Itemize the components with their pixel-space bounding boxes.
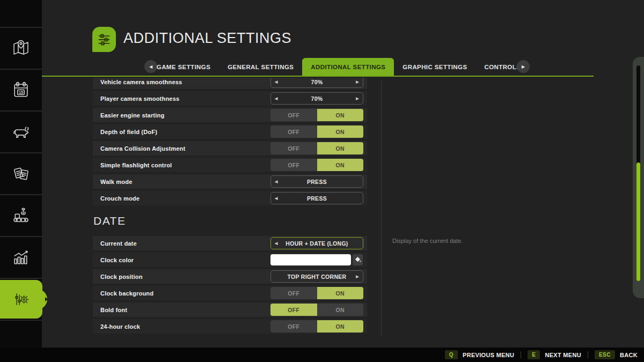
- setting-row: Vehicle camera smoothness◀▶70%: [93, 78, 367, 89]
- footer-action-next-menu[interactable]: ENEXT MENU: [528, 350, 581, 359]
- setting-label: Depth of field (DoF): [100, 129, 157, 135]
- toggle-off-option[interactable]: OFF: [270, 287, 317, 299]
- toggle-on-option[interactable]: ON: [317, 159, 364, 171]
- setting-label: Walk mode: [100, 179, 132, 185]
- left-arrow-icon[interactable]: ◀: [275, 196, 278, 201]
- tab-general-settings[interactable]: GENERAL SETTINGS: [219, 58, 302, 76]
- tab-bar: ◀ GAME SETTINGSGENERAL SETTINGSADDITIONA…: [42, 58, 594, 77]
- tabs-next-button[interactable]: ▶: [517, 60, 530, 73]
- toggle-off-option[interactable]: OFF: [270, 142, 317, 154]
- documents-icon: [11, 164, 31, 183]
- footer-action-back[interactable]: ESCBACK: [595, 350, 638, 359]
- left-arrow-icon[interactable]: ◀: [275, 241, 278, 246]
- map-icon: [11, 39, 31, 58]
- option-selector[interactable]: ◀HOUR + DATE (LONG): [270, 237, 363, 249]
- setting-label: Clock position: [100, 274, 143, 280]
- footer-keybar: QPREVIOUS MENUENEXT MENUESCBACK: [0, 348, 644, 362]
- setting-row: Walk mode◀PRESS: [93, 174, 367, 189]
- tab-additional-settings[interactable]: ADDITIONAL SETTINGS: [302, 58, 394, 76]
- toggle-on-option[interactable]: ON: [317, 287, 364, 299]
- toggle-on-option[interactable]: ON: [317, 304, 364, 316]
- setting-row: Depth of field (DoF)OFFON: [93, 124, 367, 139]
- right-arrow-icon[interactable]: ▶: [356, 97, 359, 101]
- left-arrow-icon[interactable]: ◀: [275, 97, 278, 101]
- footer-separator: [521, 351, 521, 358]
- sidebar-spacer: [0, 0, 42, 28]
- left-arrow-icon[interactable]: ◀: [275, 180, 278, 184]
- keybind-selector[interactable]: ◀PRESS: [270, 175, 363, 188]
- toggle-off-option[interactable]: OFF: [270, 159, 317, 171]
- control-value: PRESS: [307, 179, 327, 185]
- left-arrow-icon[interactable]: ◀: [275, 80, 278, 84]
- control-value: PRESS: [307, 195, 327, 202]
- toggle-on-option[interactable]: ON: [317, 142, 364, 154]
- footer-action-label: PREVIOUS MENU: [463, 352, 514, 358]
- sidebar-item-animals[interactable]: [0, 112, 42, 153]
- key-badge: Q: [445, 350, 458, 359]
- color-picker[interactable]: [270, 254, 363, 266]
- setting-row: Player camera smoothness◀▶70%: [93, 91, 367, 106]
- value-stepper[interactable]: ◀▶70%: [270, 78, 363, 88]
- page-title: ADDITIONAL SETTINGS: [123, 30, 291, 47]
- sidebar-item-additional-settings[interactable]: [0, 279, 42, 321]
- tab-graphic-settings[interactable]: GRAPHIC SETTINGS: [394, 58, 475, 76]
- toggle-on[interactable]: OFFON: [270, 159, 363, 171]
- toggle-off-option[interactable]: OFF: [270, 125, 317, 138]
- sidebar-item-production[interactable]: [0, 195, 42, 237]
- key-badge: E: [528, 350, 540, 359]
- control-value: 70%: [311, 95, 323, 102]
- toggle-off-option[interactable]: OFF: [270, 109, 317, 121]
- control-value: TOP RIGHT CORNER: [287, 274, 346, 280]
- production-icon: [11, 206, 31, 225]
- footer-separator: [588, 351, 588, 358]
- setting-row: Camera Collision AdjustmentOFFON: [93, 141, 367, 156]
- toggle-on[interactable]: OFFON: [270, 287, 363, 299]
- toggle-on[interactable]: OFFON: [270, 320, 363, 333]
- calendar-icon: 15: [11, 80, 31, 100]
- sidebar: 15: [0, 0, 42, 348]
- sidebar-item-contracts[interactable]: [0, 153, 42, 195]
- tab-list: GAME SETTINGSGENERAL SETTINGSADDITIONAL …: [164, 58, 513, 76]
- setting-label: Bold font: [100, 307, 127, 313]
- scrollbar-track[interactable]: [636, 65, 640, 281]
- setting-label: Clock background: [100, 290, 153, 297]
- sidebar-item-calendar[interactable]: 15: [0, 70, 42, 112]
- date-settings-list: Current date◀HOUR + DATE (LONG)Clock col…: [93, 236, 367, 336]
- toggle-off-option[interactable]: OFF: [270, 320, 317, 333]
- setting-label: Vehicle camera smoothness: [100, 79, 182, 85]
- settings-list: Vehicle camera smoothness◀▶70%Player cam…: [93, 78, 367, 206]
- help-text: Display of the current date.: [392, 238, 463, 244]
- toggle-on-option[interactable]: ON: [317, 125, 364, 138]
- right-arrow-icon[interactable]: ▶: [356, 275, 359, 279]
- tab-game-settings[interactable]: GAME SETTINGS: [148, 58, 219, 76]
- footer-action-label: NEXT MENU: [545, 352, 581, 358]
- control-value: HOUR + DATE (LONG): [286, 240, 348, 247]
- svg-text:15: 15: [19, 90, 23, 95]
- sidebar-item-map[interactable]: [0, 28, 42, 70]
- toggle-on-option[interactable]: ON: [317, 320, 364, 333]
- toggle-off-option[interactable]: OFF: [270, 304, 317, 316]
- footer-action-label: BACK: [620, 352, 638, 358]
- color-swatch[interactable]: [270, 254, 351, 265]
- setting-row: Bold fontOFFON: [93, 302, 367, 317]
- sidebar-item-statistics[interactable]: [0, 237, 42, 279]
- toggle-off[interactable]: OFFON: [270, 304, 363, 316]
- footer-action-previous-menu[interactable]: QPREVIOUS MENU: [445, 350, 514, 359]
- right-arrow-icon[interactable]: ▶: [356, 80, 359, 84]
- setting-label: Simple flashlight control: [100, 162, 172, 168]
- color-fill-button[interactable]: [353, 254, 363, 265]
- sidebar-active-arrow-icon: [45, 297, 48, 301]
- setting-label: Crouch mode: [100, 195, 140, 202]
- toggle-on[interactable]: OFFON: [270, 142, 363, 154]
- toggle-on[interactable]: OFFON: [270, 109, 363, 121]
- scrollbar-thumb[interactable]: [636, 162, 640, 281]
- setting-row: Current date◀HOUR + DATE (LONG): [93, 236, 367, 250]
- toggle-on-option[interactable]: ON: [317, 109, 364, 121]
- value-stepper[interactable]: ◀▶70%: [270, 92, 363, 105]
- toggle-on[interactable]: OFFON: [270, 125, 363, 138]
- option-selector[interactable]: ▶TOP RIGHT CORNER: [270, 270, 363, 283]
- setting-row: Crouch mode◀PRESS: [93, 191, 367, 205]
- keybind-selector[interactable]: ◀PRESS: [270, 192, 363, 204]
- vertical-divider: [381, 80, 382, 337]
- right-arrow-icon: ▶: [522, 64, 525, 69]
